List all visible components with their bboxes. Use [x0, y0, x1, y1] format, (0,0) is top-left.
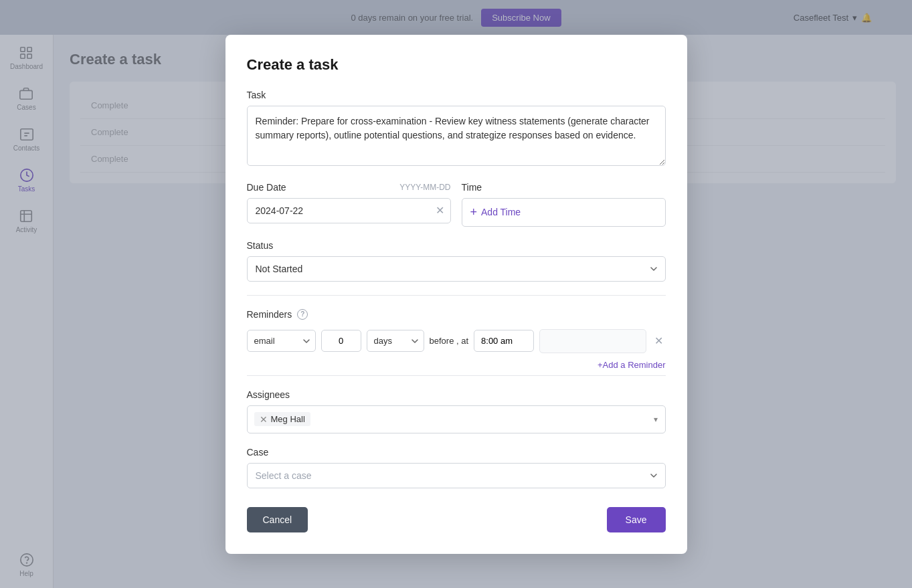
reminder-remove-icon[interactable]: ✕ [652, 332, 666, 350]
case-field-group: Case Select a case [247, 447, 666, 488]
task-field-group: Task Reminder: Prepare for cross-examina… [247, 90, 666, 169]
reminder-before-text: before , at [430, 336, 469, 346]
plus-icon: + [470, 205, 478, 219]
date-input-wrap: ✕ [247, 198, 451, 223]
reminders-label-row: Reminders ? [247, 309, 666, 320]
task-label: Task [247, 90, 666, 100]
assignees-select-wrap: ✕ Meg Hall ▾ [247, 405, 666, 433]
due-date-label: Due Date [247, 182, 286, 193]
assignee-tag-meg-hall: ✕ Meg Hall [254, 412, 310, 426]
reminders-section: Reminders ? email notification days hour… [247, 309, 666, 370]
reminder-row-1: email notification days hours minutes be… [247, 329, 666, 353]
modal-footer: Cancel Save [247, 507, 666, 532]
modal-overlay: Create a task Task Reminder: Prepare for… [0, 0, 912, 588]
case-select[interactable]: Select a case [247, 463, 666, 488]
modal-title: Create a task [247, 56, 666, 74]
time-label: Time [462, 182, 666, 193]
add-time-label: Add Time [481, 207, 521, 217]
assignees-input[interactable]: ✕ Meg Hall [247, 405, 666, 433]
assignee-name: Meg Hall [271, 414, 305, 424]
save-button[interactable]: Save [607, 507, 666, 532]
time-group: Time + Add Time [462, 182, 666, 227]
reminder-number-input[interactable] [321, 330, 361, 352]
status-select[interactable]: Not Started In Progress Complete [247, 256, 666, 282]
divider-2 [247, 375, 666, 376]
date-format-hint: YYYY-MM-DD [399, 183, 450, 192]
reminder-type-select[interactable]: email notification [247, 330, 316, 352]
remove-assignee-icon[interactable]: ✕ [260, 415, 268, 424]
add-reminder-link[interactable]: +Add a Reminder [247, 360, 666, 370]
reminder-spacer [539, 329, 646, 353]
create-task-modal: Create a task Task Reminder: Prepare for… [225, 35, 687, 554]
reminders-label: Reminders [247, 309, 292, 320]
reminders-help-icon[interactable]: ? [297, 309, 308, 320]
task-textarea[interactable]: Reminder: Prepare for cross-examination … [247, 106, 666, 166]
status-field-group: Status Not Started In Progress Complete [247, 240, 666, 282]
assignees-field-group: Assignees ✕ Meg Hall ▾ [247, 389, 666, 433]
add-time-button[interactable]: + Add Time [462, 198, 666, 227]
reminder-unit-select[interactable]: days hours minutes [367, 330, 424, 352]
case-label: Case [247, 447, 666, 458]
clear-date-icon[interactable]: ✕ [436, 205, 444, 216]
due-date-group: Due Date YYYY-MM-DD ✕ [247, 182, 451, 227]
date-time-row: Due Date YYYY-MM-DD ✕ Time + Add Time [247, 182, 666, 227]
cancel-button[interactable]: Cancel [247, 507, 308, 532]
due-date-input[interactable] [247, 198, 451, 223]
assignees-label: Assignees [247, 389, 666, 400]
status-label: Status [247, 240, 666, 251]
reminder-time-input[interactable] [474, 330, 534, 352]
divider-1 [247, 295, 666, 296]
